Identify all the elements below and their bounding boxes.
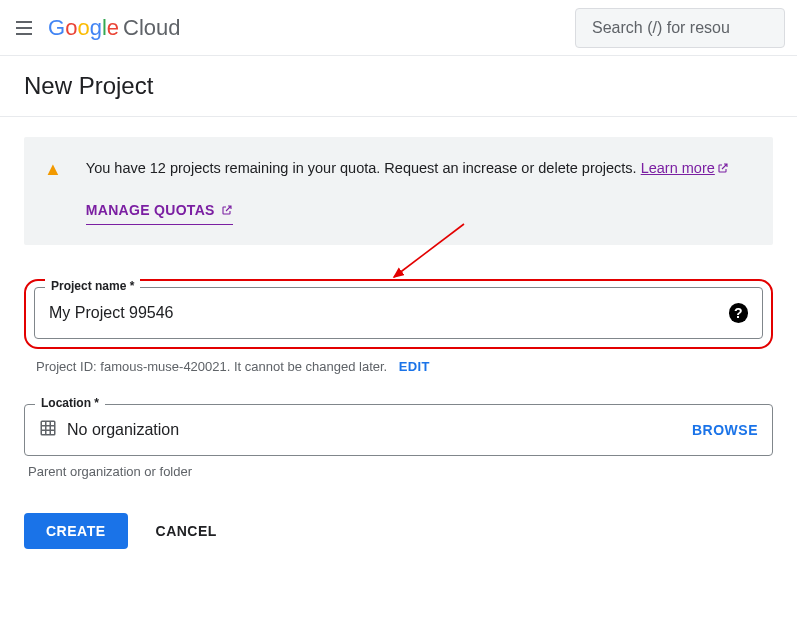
location-helper: Parent organization or folder	[24, 464, 773, 479]
project-name-field[interactable]: Project name * ?	[34, 287, 763, 339]
external-link-icon	[221, 202, 233, 223]
project-name-group: Project name * ? Project ID: famous-muse…	[24, 279, 773, 374]
notice-text: You have 12 projects remaining in your q…	[86, 160, 641, 176]
quota-notice: ▲ You have 12 projects remaining in your…	[24, 137, 773, 245]
edit-project-id-button[interactable]: EDIT	[399, 359, 430, 374]
search-input[interactable]: Search (/) for resou	[575, 8, 785, 48]
project-id-value: famous-muse-420021	[100, 359, 226, 374]
project-name-highlight: Project name * ?	[24, 279, 773, 349]
location-field[interactable]: Location * No organization BROWSE	[24, 404, 773, 456]
project-id-helper: Project ID: famous-muse-420021. It canno…	[24, 359, 773, 374]
external-link-icon	[717, 160, 729, 181]
cancel-button[interactable]: CANCEL	[156, 523, 217, 539]
search-placeholder: Search (/) for resou	[592, 19, 730, 37]
svg-rect-1	[41, 421, 55, 435]
browse-button[interactable]: BROWSE	[692, 422, 758, 438]
organization-icon	[39, 419, 57, 441]
create-button[interactable]: CREATE	[24, 513, 128, 549]
notice-body: You have 12 projects remaining in your q…	[86, 157, 729, 225]
topbar: Google Cloud Search (/) for resou	[0, 0, 797, 56]
manage-quotas-link[interactable]: MANAGE QUOTAS	[86, 199, 233, 225]
location-group: Location * No organization BROWSE Parent…	[24, 404, 773, 479]
hamburger-menu-icon[interactable]	[12, 11, 36, 45]
learn-more-link[interactable]: Learn more	[641, 160, 729, 176]
page-title: New Project	[24, 72, 773, 100]
content: ▲ You have 12 projects remaining in your…	[0, 117, 797, 569]
location-label: Location *	[35, 396, 105, 410]
project-name-input[interactable]	[49, 304, 729, 322]
warning-icon: ▲	[44, 159, 62, 225]
location-value: No organization	[67, 421, 682, 439]
project-name-label: Project name *	[45, 279, 140, 293]
google-cloud-logo[interactable]: Google Cloud	[48, 15, 181, 41]
page-title-bar: New Project	[0, 56, 797, 117]
actions-row: CREATE CANCEL	[24, 513, 773, 549]
help-icon[interactable]: ?	[729, 303, 748, 323]
